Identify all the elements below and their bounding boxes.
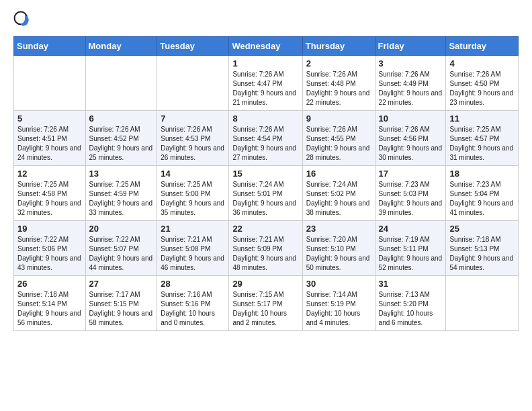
sunrise-label: Sunrise: 7:25 AM [17, 181, 69, 188]
sunrise-label: Sunrise: 7:25 AM [89, 181, 140, 188]
daylight-label: Daylight: 9 hours and 44 minutes. [89, 255, 153, 271]
day-number: 11 [449, 113, 515, 124]
daylight-label: Daylight: 9 hours and 33 minutes. [89, 199, 153, 216]
sunset-label: Sunset: 5:03 PM [379, 190, 429, 197]
sunset-label: Sunset: 4:56 PM [379, 135, 429, 142]
sunset-label: Sunset: 4:58 PM [17, 190, 67, 197]
day-of-week-header: Monday [85, 37, 157, 56]
day-info: Sunrise: 7:14 AMSunset: 5:19 PMDaylight:… [306, 290, 371, 328]
daylight-label: Daylight: 9 hours and 48 minutes. [232, 255, 296, 271]
sunrise-label: Sunrise: 7:26 AM [17, 126, 69, 133]
calendar-day-cell: 2Sunrise: 7:26 AMSunset: 4:48 PMDaylight… [302, 56, 375, 111]
day-info: Sunrise: 7:24 AMSunset: 5:01 PMDaylight:… [232, 180, 298, 218]
sunset-label: Sunset: 4:51 PM [17, 135, 67, 142]
calendar-week-row: 1Sunrise: 7:26 AMSunset: 4:47 PMDaylight… [14, 56, 519, 111]
calendar-day-cell: 28Sunrise: 7:16 AMSunset: 5:16 PMDayligh… [157, 276, 229, 331]
day-number: 1 [232, 58, 298, 68]
daylight-label: Daylight: 9 hours and 32 minutes. [17, 199, 81, 216]
calendar-day-cell: 25Sunrise: 7:18 AMSunset: 5:13 PMDayligh… [446, 221, 519, 276]
calendar-day-cell: 26Sunrise: 7:18 AMSunset: 5:14 PMDayligh… [14, 276, 86, 331]
day-info: Sunrise: 7:19 AMSunset: 5:11 PMDaylight:… [379, 235, 443, 273]
calendar-day-cell: 27Sunrise: 7:17 AMSunset: 5:15 PMDayligh… [85, 276, 157, 331]
day-info: Sunrise: 7:26 AMSunset: 4:47 PMDaylight:… [232, 70, 298, 107]
daylight-label: Daylight: 10 hours and 6 minutes. [379, 310, 433, 326]
day-info: Sunrise: 7:21 AMSunset: 5:08 PMDaylight:… [161, 235, 225, 273]
daylight-label: Daylight: 9 hours and 52 minutes. [379, 255, 443, 271]
day-info: Sunrise: 7:15 AMSunset: 5:17 PMDaylight:… [232, 290, 298, 328]
sunset-label: Sunset: 5:08 PM [161, 245, 210, 253]
sunset-label: Sunset: 5:20 PM [379, 300, 429, 308]
day-number: 25 [449, 224, 515, 234]
day-number: 14 [161, 169, 225, 179]
daylight-label: Daylight: 9 hours and 30 minutes. [379, 144, 443, 161]
day-number: 24 [379, 224, 443, 234]
day-number: 12 [17, 169, 82, 179]
sunrise-label: Sunrise: 7:26 AM [306, 71, 357, 78]
calendar-day-cell: 10Sunrise: 7:26 AMSunset: 4:56 PMDayligh… [375, 111, 446, 166]
page: SundayMondayTuesdayWednesdayThursdayFrid… [0, 0, 532, 342]
day-info: Sunrise: 7:26 AMSunset: 4:55 PMDaylight:… [306, 125, 371, 163]
day-of-week-header: Saturday [446, 37, 519, 56]
day-of-week-header: Thursday [302, 37, 375, 56]
sunset-label: Sunset: 4:48 PM [306, 80, 356, 87]
daylight-label: Daylight: 9 hours and 22 minutes. [379, 89, 443, 106]
daylight-label: Daylight: 10 hours and 4 minutes. [306, 310, 361, 326]
sunrise-label: Sunrise: 7:18 AM [449, 236, 500, 243]
calendar-week-row: 19Sunrise: 7:22 AMSunset: 5:06 PMDayligh… [14, 221, 519, 276]
calendar-day-cell: 19Sunrise: 7:22 AMSunset: 5:06 PMDayligh… [14, 221, 86, 276]
sunrise-label: Sunrise: 7:18 AM [17, 291, 69, 298]
sunrise-label: Sunrise: 7:25 AM [449, 126, 500, 133]
day-of-week-header: Sunday [14, 37, 86, 56]
day-number: 6 [89, 113, 154, 124]
sunset-label: Sunset: 5:04 PM [449, 190, 499, 197]
sunset-label: Sunset: 4:52 PM [89, 135, 139, 142]
day-info: Sunrise: 7:23 AMSunset: 5:04 PMDaylight:… [449, 180, 515, 218]
day-info: Sunrise: 7:25 AMSunset: 4:58 PMDaylight:… [17, 180, 82, 218]
sunset-label: Sunset: 5:15 PM [89, 300, 139, 308]
sunrise-label: Sunrise: 7:26 AM [306, 126, 357, 133]
logo-icon [13, 11, 32, 30]
daylight-label: Daylight: 9 hours and 54 minutes. [449, 255, 513, 271]
sunrise-label: Sunrise: 7:13 AM [379, 291, 430, 298]
sunrise-label: Sunrise: 7:21 AM [161, 236, 212, 243]
day-of-week-header: Wednesday [229, 37, 302, 56]
sunrise-label: Sunrise: 7:26 AM [89, 126, 140, 133]
calendar-day-cell: 31Sunrise: 7:13 AMSunset: 5:20 PMDayligh… [375, 276, 446, 331]
day-info: Sunrise: 7:23 AMSunset: 5:03 PMDaylight:… [379, 180, 443, 218]
sunrise-label: Sunrise: 7:22 AM [89, 236, 140, 243]
sunset-label: Sunset: 5:00 PM [161, 190, 210, 197]
calendar-week-row: 12Sunrise: 7:25 AMSunset: 4:58 PMDayligh… [14, 166, 519, 221]
day-info: Sunrise: 7:18 AMSunset: 5:13 PMDaylight:… [449, 235, 515, 273]
sunrise-label: Sunrise: 7:26 AM [379, 126, 430, 133]
day-number: 15 [232, 169, 298, 179]
calendar-day-cell: 1Sunrise: 7:26 AMSunset: 4:47 PMDaylight… [229, 56, 302, 111]
sunrise-label: Sunrise: 7:20 AM [306, 236, 357, 243]
day-info: Sunrise: 7:25 AMSunset: 5:00 PMDaylight:… [161, 180, 225, 218]
sunset-label: Sunset: 4:55 PM [306, 135, 356, 142]
day-number: 19 [17, 224, 82, 234]
sunset-label: Sunset: 5:16 PM [161, 300, 210, 308]
daylight-label: Daylight: 9 hours and 24 minutes. [17, 144, 81, 161]
day-info: Sunrise: 7:20 AMSunset: 5:10 PMDaylight:… [306, 235, 371, 273]
day-number: 21 [161, 224, 225, 234]
day-number: 5 [17, 113, 82, 124]
calendar-day-cell [157, 56, 229, 111]
daylight-label: Daylight: 9 hours and 38 minutes. [306, 199, 370, 216]
day-number: 29 [232, 279, 298, 289]
calendar-day-cell: 15Sunrise: 7:24 AMSunset: 5:01 PMDayligh… [229, 166, 302, 221]
calendar-day-cell: 29Sunrise: 7:15 AMSunset: 5:17 PMDayligh… [229, 276, 302, 331]
day-info: Sunrise: 7:26 AMSunset: 4:48 PMDaylight:… [306, 70, 371, 107]
day-number: 17 [379, 169, 443, 179]
sunrise-label: Sunrise: 7:21 AM [232, 236, 283, 243]
day-info: Sunrise: 7:26 AMSunset: 4:53 PMDaylight:… [161, 125, 225, 163]
day-info: Sunrise: 7:21 AMSunset: 5:09 PMDaylight:… [232, 235, 298, 273]
daylight-label: Daylight: 9 hours and 22 minutes. [306, 89, 370, 106]
sunrise-label: Sunrise: 7:25 AM [161, 181, 212, 188]
daylight-label: Daylight: 9 hours and 36 minutes. [232, 199, 296, 216]
day-number: 31 [379, 279, 443, 289]
day-info: Sunrise: 7:26 AMSunset: 4:49 PMDaylight:… [379, 70, 443, 107]
daylight-label: Daylight: 10 hours and 2 minutes. [232, 310, 287, 326]
day-info: Sunrise: 7:22 AMSunset: 5:06 PMDaylight:… [17, 235, 82, 273]
daylight-label: Daylight: 9 hours and 27 minutes. [232, 144, 296, 161]
day-info: Sunrise: 7:26 AMSunset: 4:51 PMDaylight:… [17, 125, 82, 163]
